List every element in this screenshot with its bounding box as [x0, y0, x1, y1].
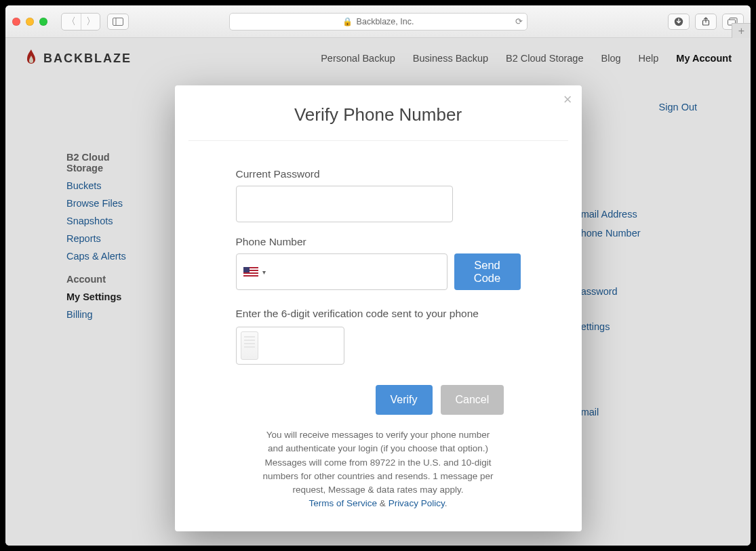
chevron-down-icon[interactable]: ▾ — [262, 268, 266, 276]
new-tab-button[interactable]: + — [732, 23, 751, 38]
phone-row: ▾ Send Code — [236, 253, 521, 290]
sidebar-toggle-button[interactable] — [107, 14, 129, 30]
browser-window: 〈 〉 🔒 Backblaze, Inc. ⟳ + — [5, 5, 751, 546]
downloads-button[interactable] — [668, 14, 690, 30]
forward-button[interactable]: 〉 — [81, 14, 100, 30]
send-code-button[interactable]: Send Code — [454, 253, 521, 290]
us-flag-icon[interactable] — [243, 267, 258, 277]
zoom-window-icon[interactable] — [39, 18, 47, 26]
period: . — [445, 498, 447, 508]
close-icon[interactable]: × — [563, 92, 572, 107]
phone-number-input[interactable]: ▾ — [236, 253, 447, 290]
phone-number-label: Phone Number — [236, 236, 521, 248]
address-label: Backblaze, Inc. — [357, 17, 414, 26]
share-button[interactable] — [695, 14, 717, 30]
privacy-policy-link[interactable]: Privacy Policy — [389, 498, 445, 508]
verify-button[interactable]: Verify — [376, 385, 433, 415]
terms-of-service-link[interactable]: Terms of Service — [309, 498, 378, 508]
modal-overlay: × Verify Phone Number Current Password P… — [5, 38, 751, 546]
window-controls — [12, 18, 47, 26]
phone-icon — [241, 331, 258, 360]
reload-icon[interactable]: ⟳ — [515, 16, 523, 26]
cancel-button[interactable]: Cancel — [441, 385, 504, 415]
verification-code-input[interactable] — [236, 327, 344, 365]
lock-icon: 🔒 — [342, 17, 353, 26]
nav-back-forward: 〈 〉 — [61, 13, 100, 30]
titlebar: 〈 〉 🔒 Backblaze, Inc. ⟳ + — [5, 5, 751, 38]
amp: & — [377, 498, 389, 508]
page: BACKBLAZE Personal Backup Business Backu… — [5, 38, 751, 546]
address-bar[interactable]: 🔒 Backblaze, Inc. ⟳ — [229, 13, 528, 30]
fineprint-text: You will receive messages to verify your… — [263, 430, 494, 495]
verify-phone-modal: × Verify Phone Number Current Password P… — [175, 85, 582, 531]
current-password-input[interactable] — [236, 186, 453, 222]
modal-actions: Verify Cancel — [376, 385, 521, 415]
modal-body: Current Password Phone Number ▾ Send Cod… — [175, 141, 582, 511]
code-row — [236, 327, 521, 365]
back-button[interactable]: 〈 — [62, 14, 81, 30]
fineprint: You will receive messages to verify your… — [236, 428, 521, 511]
current-password-label: Current Password — [236, 168, 521, 180]
minimize-window-icon[interactable] — [26, 18, 34, 26]
verification-code-label: Enter the 6-digit verification code sent… — [236, 308, 521, 320]
svg-rect-0 — [113, 18, 123, 25]
modal-title: Verify Phone Number — [188, 85, 568, 141]
close-window-icon[interactable] — [12, 18, 20, 26]
